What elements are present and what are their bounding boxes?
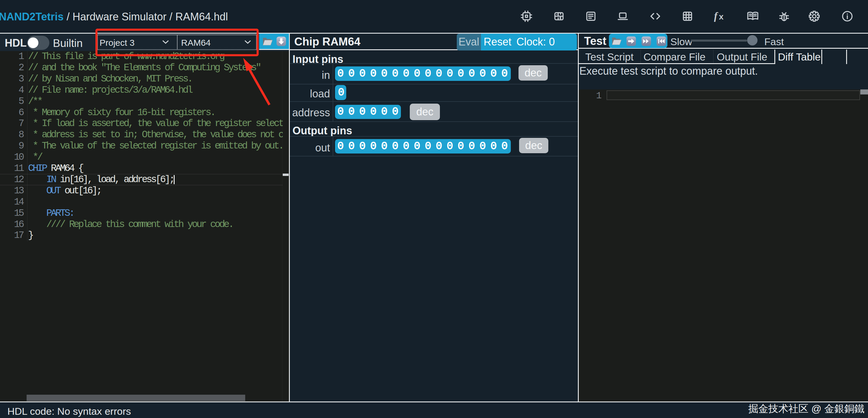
svg-text:f: f — [714, 10, 718, 22]
svg-text:x: x — [719, 12, 723, 21]
